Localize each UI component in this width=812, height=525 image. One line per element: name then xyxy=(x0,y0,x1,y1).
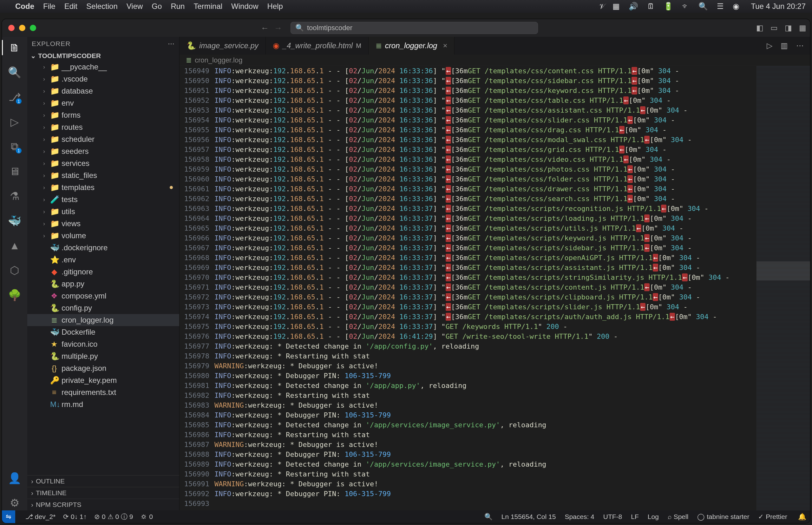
sidebar-section-outline[interactable]: › OUTLINE xyxy=(27,475,179,487)
folder-volume[interactable]: ›📁volume xyxy=(27,230,179,242)
git-sync[interactable]: ⟳ 0↓ 1↑ xyxy=(63,513,87,521)
macos-menu-run[interactable]: Run xyxy=(171,2,185,11)
spotlight-icon[interactable]: 🔍 xyxy=(698,2,708,11)
file-app-py[interactable]: 🐍app.py xyxy=(27,278,179,290)
activity-docker-icon[interactable]: 🐳 xyxy=(7,213,22,228)
cursor-position[interactable]: Ln 155654, Col 15 xyxy=(501,513,556,521)
app-name[interactable]: Code xyxy=(15,2,34,11)
folder-seeders[interactable]: ›📁seeders xyxy=(27,145,179,158)
notion-icon[interactable]: 𝒱 xyxy=(599,2,604,11)
activity-azure-icon[interactable]: ▲ xyxy=(7,238,22,253)
folder-static-files[interactable]: ›📁static_files xyxy=(27,169,179,181)
project-section-header[interactable]: ⌄ TOOLMTIPSCODER xyxy=(27,51,179,61)
folder---pycache--[interactable]: ›📁__pycache__ xyxy=(27,61,179,73)
file--env[interactable]: ⭐.env xyxy=(27,254,179,266)
spell-check[interactable]: ⌕ Spell xyxy=(668,513,689,521)
file-favicon-ico[interactable]: ★favicon.ico xyxy=(27,338,179,350)
layout-customize-icon[interactable]: ▦ xyxy=(799,24,806,32)
layout-primary-icon[interactable]: ◧ xyxy=(756,24,764,32)
layout-secondary-icon[interactable]: ◨ xyxy=(785,24,792,32)
nav-back-icon[interactable]: ← xyxy=(261,23,269,33)
split-editor-icon[interactable]: ▥ xyxy=(781,41,788,50)
folder-views[interactable]: ›📁views xyxy=(27,217,179,230)
folder--vscode[interactable]: ›📁.vscode xyxy=(27,73,179,85)
wifi-icon[interactable]: ᯤ xyxy=(682,2,690,11)
language-mode[interactable]: Log xyxy=(648,513,659,521)
file--dockerignore[interactable]: 🐳.dockerignore xyxy=(27,242,179,254)
volume-icon[interactable]: 🔊 xyxy=(629,2,638,11)
control-center-icon[interactable]: ☰ xyxy=(717,2,724,11)
problems[interactable]: ⊘ 0 ⚠ 0 ⓘ 9 xyxy=(94,512,133,521)
activity-cube-icon[interactable]: ⬡ xyxy=(7,262,22,278)
ports[interactable]: ⛭ 0 xyxy=(140,513,153,521)
activity-explorer-icon[interactable]: 🗎 xyxy=(7,40,22,55)
file--gitignore[interactable]: ◆.gitignore xyxy=(27,266,179,278)
layout-panel-icon[interactable]: ▭ xyxy=(770,24,778,32)
file-config-py[interactable]: 🐍config.py xyxy=(27,302,179,314)
remote-indicator[interactable]: ⇋ xyxy=(2,510,15,523)
activity-debug-icon[interactable]: ▷ xyxy=(7,114,22,130)
activity-settings-icon[interactable]: ⚙ xyxy=(7,495,22,510)
tab--4-write-profile-html[interactable]: ◉_4_write_profile.htmlM xyxy=(266,37,369,55)
macos-menu-view[interactable]: View xyxy=(126,2,143,11)
siri-icon[interactable]: ◉ xyxy=(733,2,739,11)
activity-tree-icon[interactable]: 🌳 xyxy=(7,287,22,303)
tab-image-service-py[interactable]: 🐍image_service.py xyxy=(180,37,266,55)
folder-scheduler[interactable]: ›📁scheduler xyxy=(27,133,179,145)
macos-menu-go[interactable]: Go xyxy=(152,2,162,11)
date-icon[interactable]: 🗓 xyxy=(647,2,655,11)
activity-remote-icon[interactable]: 🖥 xyxy=(7,164,22,179)
explorer-more-icon[interactable]: ⋯ xyxy=(168,40,175,48)
folder-database[interactable]: ›📁database xyxy=(27,85,179,97)
zoom-window-button[interactable] xyxy=(30,25,36,31)
macos-menu-help[interactable]: Help xyxy=(267,2,283,11)
macos-menu-selection[interactable]: Selection xyxy=(86,2,118,11)
tab-cron-logger-log[interactable]: ≣cron_logger.log× xyxy=(369,37,455,55)
macos-menu-terminal[interactable]: Terminal xyxy=(194,2,222,11)
minimap[interactable] xyxy=(756,66,810,510)
folder-forms[interactable]: ›📁forms xyxy=(27,109,179,121)
folder-tests[interactable]: ›🧪tests xyxy=(27,194,179,206)
breadcrumb[interactable]: ≣ cron_logger.log xyxy=(180,55,810,66)
battery-icon[interactable]: 🔋 xyxy=(664,2,673,11)
close-tab-icon[interactable]: × xyxy=(443,41,447,50)
file-tree[interactable]: ›📁__pycache__›📁.vscode›📁database›📁env›📁f… xyxy=(27,61,179,475)
activity-search-icon[interactable]: 🔍 xyxy=(7,65,22,80)
activity-account-icon[interactable]: 👤 xyxy=(7,470,22,486)
folder-services[interactable]: ›📁services xyxy=(27,158,179,169)
file-private-key-pem[interactable]: 🔑private_key.pem xyxy=(27,374,179,386)
eol[interactable]: LF xyxy=(631,513,639,521)
sidebar-section-npm-scripts[interactable]: › NPM SCRIPTS xyxy=(27,499,179,510)
file-requirements-txt[interactable]: ≡requirements.txt xyxy=(27,386,179,399)
file-compose-yml[interactable]: ❖compose.yml xyxy=(27,290,179,302)
tab-more-icon[interactable]: ⋯ xyxy=(796,41,804,50)
folder-routes[interactable]: ›📁routes xyxy=(27,121,179,133)
run-icon[interactable]: ▷ xyxy=(767,41,772,50)
tabnine[interactable]: ◯ tabnine starter xyxy=(697,513,749,521)
zoom-icon[interactable]: 🔍 xyxy=(484,513,493,521)
clock[interactable]: Tue 4 Jun 20:27 xyxy=(751,2,806,11)
macos-menu-edit[interactable]: Edit xyxy=(64,2,77,11)
macos-menu-file[interactable]: File xyxy=(43,2,56,11)
notifications-icon[interactable]: 🔔 xyxy=(798,513,806,521)
activity-scm-icon[interactable]: ⎇1 xyxy=(7,89,22,105)
display-icon[interactable]: ▦ xyxy=(613,2,620,11)
file-package-json[interactable]: {}package.json xyxy=(27,362,179,374)
minimize-window-button[interactable] xyxy=(19,25,25,31)
file-rm-md[interactable]: M↓rm.md xyxy=(27,399,179,410)
git-branch[interactable]: ⎇ dev_2* xyxy=(25,513,56,521)
folder-env[interactable]: ›📁env xyxy=(27,97,179,109)
folder-templates[interactable]: ›📁templates xyxy=(27,181,179,194)
activity-testing-icon[interactable]: ⚗ xyxy=(7,189,22,204)
prettier[interactable]: ✓ Prettier xyxy=(758,513,787,521)
editor-content[interactable]: INFO:werkzeug:192.168.65.1 - - [02/Jun/2… xyxy=(214,66,756,510)
command-center[interactable]: 🔍 toolmtipscoder xyxy=(290,22,538,34)
macos-menu-window[interactable]: Window xyxy=(231,2,258,11)
file-multiple-py[interactable]: 🐍multiple.py xyxy=(27,350,179,362)
file-cron-logger-log[interactable]: ≣cron_logger.log xyxy=(27,314,179,326)
activity-extensions-icon[interactable]: ⧉1 xyxy=(7,139,22,154)
sidebar-section-timeline[interactable]: › TIMELINE xyxy=(27,487,179,499)
nav-forward-icon[interactable]: → xyxy=(274,23,282,33)
file-dockerfile[interactable]: 🐳Dockerfile xyxy=(27,326,179,338)
folder-utils[interactable]: ›📁utils xyxy=(27,206,179,217)
